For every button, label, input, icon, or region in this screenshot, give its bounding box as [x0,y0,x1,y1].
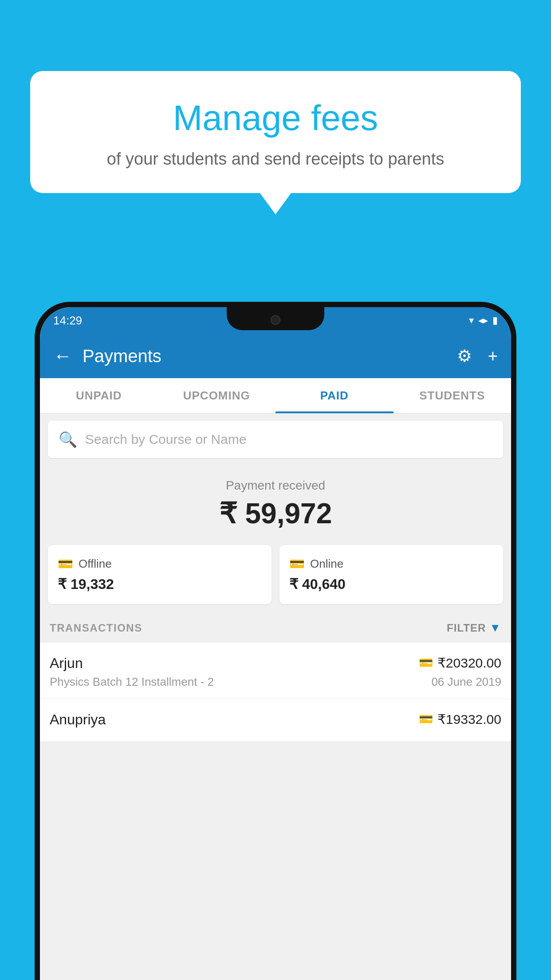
online-label: Online [310,557,343,571]
filter-icon: ▼ [489,621,501,635]
tab-students[interactable]: STUDENTS [394,378,512,413]
transactions-label: TRANSACTIONS [50,622,142,634]
payment-type-icon: 💳 [419,712,433,726]
online-card-header: 💳 Online [289,557,493,571]
table-row[interactable]: Anupriya 💳 ₹19332.00 [40,699,511,742]
transaction-amount-wrap: 💳 ₹20320.00 [419,655,501,671]
app-bar-title: Payments [83,346,457,366]
back-button[interactable]: ← [53,345,72,367]
transaction-amount: ₹20320.00 [437,655,501,671]
screen-content: 🔍 Search by Course or Name Payment recei… [40,414,511,980]
battery-icon: ▮ [492,315,498,326]
search-icon: 🔍 [59,431,77,448]
transaction-top: Anupriya 💳 ₹19332.00 [50,711,501,728]
status-time: 14:29 [53,314,82,328]
filter-button[interactable]: FILTER ▼ [447,621,501,635]
online-amount: ₹ 40,640 [289,576,493,593]
payment-amount: ₹ 59,972 [40,497,511,530]
tab-upcoming[interactable]: UPCOMING [158,378,276,413]
table-row[interactable]: Arjun 💳 ₹20320.00 Physics Batch 12 Insta… [40,643,511,699]
offline-card: 💳 Offline ₹ 19,332 [48,545,272,604]
transaction-amount-wrap: 💳 ₹19332.00 [419,711,501,727]
online-icon: 💳 [289,557,305,571]
offline-label: Offline [79,557,112,571]
search-input[interactable]: Search by Course or Name [85,432,247,447]
transaction-name: Anupriya [50,711,106,728]
transaction-course: Physics Batch 12 Installment - 2 [50,675,214,689]
transaction-top: Arjun 💳 ₹20320.00 [50,655,501,672]
online-card: 💳 Online ₹ 40,640 [279,545,503,604]
camera [271,315,280,325]
tab-unpaid[interactable]: UNPAID [40,378,158,413]
transaction-date: 06 June 2019 [431,675,501,689]
search-bar[interactable]: 🔍 Search by Course or Name [48,421,503,458]
phone-frame: 14:29 ▾ ◂▸ ▮ ← Payments ⚙ + UNPAID UPCOM… [35,302,516,980]
transactions-header: TRANSACTIONS FILTER ▼ [40,613,511,643]
phone-screen: 14:29 ▾ ◂▸ ▮ ← Payments ⚙ + UNPAID UPCOM… [40,307,511,980]
offline-icon: 💳 [58,557,73,571]
wifi-icon: ▾ [469,315,474,326]
speech-bubble-subtitle: of your students and send receipts to pa… [52,147,499,171]
phone-notch [227,307,324,330]
transaction-bottom: Physics Batch 12 Installment - 2 06 June… [50,675,501,689]
transaction-amount: ₹19332.00 [437,711,501,727]
payment-type-icon: 💳 [419,656,433,670]
filter-label: FILTER [447,622,486,634]
tabs: UNPAID UPCOMING PAID STUDENTS [40,378,511,414]
transaction-name: Arjun [50,655,83,672]
speech-bubble: Manage fees of your students and send re… [30,71,521,193]
settings-icon[interactable]: ⚙ [457,346,472,366]
add-icon[interactable]: + [488,347,498,366]
payment-label: Payment received [40,478,511,493]
speech-bubble-title: Manage fees [52,98,499,138]
offline-amount: ₹ 19,332 [58,576,262,593]
status-icons: ▾ ◂▸ ▮ [469,315,498,326]
offline-card-header: 💳 Offline [58,557,262,571]
signal-icon: ◂▸ [478,315,488,326]
tab-paid[interactable]: PAID [276,378,394,413]
payment-cards: 💳 Offline ₹ 19,332 💳 Online ₹ 40,640 [40,539,511,613]
app-bar: ← Payments ⚙ + [40,334,511,378]
app-bar-actions: ⚙ + [457,346,498,366]
payment-summary: Payment received ₹ 59,972 [40,465,511,539]
